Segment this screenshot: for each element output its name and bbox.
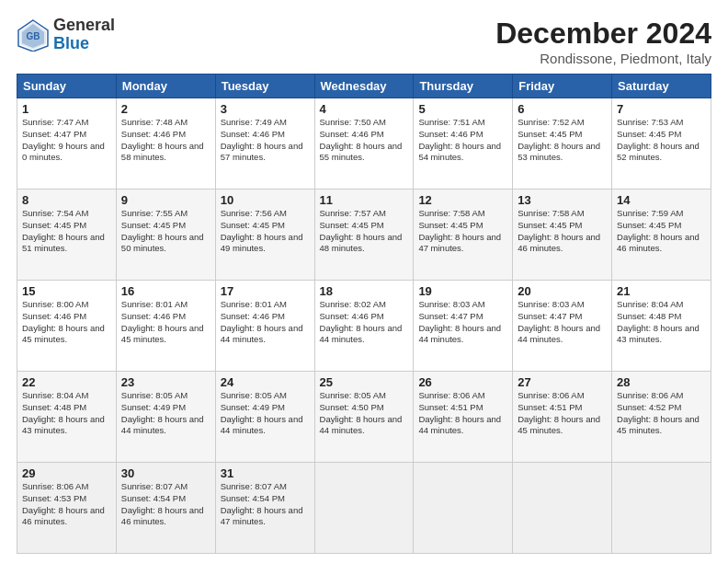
day-info: Sunrise: 8:04 AMSunset: 4:48 PMDaylight:… xyxy=(617,299,706,346)
day-number: 8 xyxy=(22,193,111,207)
week-row-5: 29Sunrise: 8:06 AMSunset: 4:53 PMDayligh… xyxy=(17,463,711,554)
day-number: 15 xyxy=(22,284,111,298)
calendar-cell: 27Sunrise: 8:06 AMSunset: 4:51 PMDayligh… xyxy=(513,372,612,463)
calendar-cell: 23Sunrise: 8:05 AMSunset: 4:49 PMDayligh… xyxy=(116,372,215,463)
day-info: Sunrise: 7:57 AMSunset: 4:45 PMDaylight:… xyxy=(320,208,409,255)
calendar-cell: 2Sunrise: 7:48 AMSunset: 4:46 PMDaylight… xyxy=(116,98,215,190)
calendar-cell xyxy=(513,463,612,554)
calendar-body: 1Sunrise: 7:47 AMSunset: 4:47 PMDaylight… xyxy=(17,98,711,554)
day-number: 4 xyxy=(320,102,409,116)
day-number: 5 xyxy=(418,102,507,116)
day-number: 17 xyxy=(221,284,310,298)
day-number: 1 xyxy=(22,102,111,116)
calendar-cell: 18Sunrise: 8:02 AMSunset: 4:46 PMDayligh… xyxy=(314,281,414,372)
svg-text:GB: GB xyxy=(27,31,40,41)
day-number: 22 xyxy=(22,375,111,389)
day-number: 10 xyxy=(221,193,310,207)
day-info: Sunrise: 8:05 AMSunset: 4:49 PMDaylight:… xyxy=(221,390,310,437)
location-title: Rondissone, Piedmont, Italy xyxy=(495,51,711,66)
day-header-tuesday: Tuesday xyxy=(215,75,314,98)
calendar-cell xyxy=(414,463,513,554)
day-info: Sunrise: 8:03 AMSunset: 4:47 PMDaylight:… xyxy=(418,299,507,346)
week-row-2: 8Sunrise: 7:54 AMSunset: 4:45 PMDaylight… xyxy=(17,190,711,281)
day-number: 21 xyxy=(617,284,706,298)
calendar-cell: 25Sunrise: 8:05 AMSunset: 4:50 PMDayligh… xyxy=(314,372,414,463)
calendar-cell: 16Sunrise: 8:01 AMSunset: 4:46 PMDayligh… xyxy=(116,281,215,372)
day-number: 28 xyxy=(617,375,706,389)
day-number: 24 xyxy=(221,375,310,389)
logo-icon: GB xyxy=(17,18,50,52)
calendar-table: SundayMondayTuesdayWednesdayThursdayFrid… xyxy=(17,74,711,554)
calendar-cell xyxy=(612,463,711,554)
calendar-cell: 5Sunrise: 7:51 AMSunset: 4:46 PMDaylight… xyxy=(414,98,513,190)
day-info: Sunrise: 8:01 AMSunset: 4:46 PMDaylight:… xyxy=(221,299,310,346)
day-info: Sunrise: 8:05 AMSunset: 4:49 PMDaylight:… xyxy=(121,390,210,437)
calendar-cell: 24Sunrise: 8:05 AMSunset: 4:49 PMDayligh… xyxy=(215,372,314,463)
week-row-3: 15Sunrise: 8:00 AMSunset: 4:46 PMDayligh… xyxy=(17,281,711,372)
calendar-cell: 9Sunrise: 7:55 AMSunset: 4:45 PMDaylight… xyxy=(116,190,215,281)
calendar-cell xyxy=(314,463,414,554)
day-number: 9 xyxy=(121,193,210,207)
calendar-cell: 3Sunrise: 7:49 AMSunset: 4:46 PMDaylight… xyxy=(215,98,314,190)
day-number: 29 xyxy=(22,466,111,480)
day-header-monday: Monday xyxy=(116,75,215,98)
calendar-cell: 1Sunrise: 7:47 AMSunset: 4:47 PMDaylight… xyxy=(17,98,117,190)
day-info: Sunrise: 7:58 AMSunset: 4:45 PMDaylight:… xyxy=(418,208,507,255)
day-number: 3 xyxy=(221,102,310,116)
day-number: 31 xyxy=(221,466,310,480)
day-number: 26 xyxy=(418,375,507,389)
calendar-header-row: SundayMondayTuesdayWednesdayThursdayFrid… xyxy=(17,75,711,98)
day-number: 18 xyxy=(320,284,409,298)
day-info: Sunrise: 8:03 AMSunset: 4:47 PMDaylight:… xyxy=(518,299,607,346)
day-header-thursday: Thursday xyxy=(414,75,513,98)
calendar-cell: 19Sunrise: 8:03 AMSunset: 4:47 PMDayligh… xyxy=(414,281,513,372)
day-number: 6 xyxy=(518,102,607,116)
calendar-cell: 30Sunrise: 8:07 AMSunset: 4:54 PMDayligh… xyxy=(116,463,215,554)
calendar-cell: 8Sunrise: 7:54 AMSunset: 4:45 PMDaylight… xyxy=(17,190,117,281)
calendar-cell: 28Sunrise: 8:06 AMSunset: 4:52 PMDayligh… xyxy=(612,372,711,463)
day-number: 13 xyxy=(518,193,607,207)
day-info: Sunrise: 7:56 AMSunset: 4:45 PMDaylight:… xyxy=(221,208,310,255)
day-number: 27 xyxy=(518,375,607,389)
day-number: 16 xyxy=(121,284,210,298)
week-row-4: 22Sunrise: 8:04 AMSunset: 4:48 PMDayligh… xyxy=(17,372,711,463)
day-info: Sunrise: 7:47 AMSunset: 4:47 PMDaylight:… xyxy=(22,117,111,164)
day-header-wednesday: Wednesday xyxy=(314,75,414,98)
day-info: Sunrise: 8:06 AMSunset: 4:53 PMDaylight:… xyxy=(22,481,111,528)
calendar-cell: 31Sunrise: 8:07 AMSunset: 4:54 PMDayligh… xyxy=(215,463,314,554)
page: GB General Blue December 2024 Rondissone… xyxy=(0,0,728,563)
day-info: Sunrise: 7:48 AMSunset: 4:46 PMDaylight:… xyxy=(121,117,210,164)
day-info: Sunrise: 8:06 AMSunset: 4:51 PMDaylight:… xyxy=(518,390,607,437)
calendar-cell: 10Sunrise: 7:56 AMSunset: 4:45 PMDayligh… xyxy=(215,190,314,281)
day-info: Sunrise: 8:07 AMSunset: 4:54 PMDaylight:… xyxy=(121,481,210,528)
day-info: Sunrise: 7:55 AMSunset: 4:45 PMDaylight:… xyxy=(121,208,210,255)
day-number: 23 xyxy=(121,375,210,389)
day-info: Sunrise: 7:58 AMSunset: 4:45 PMDaylight:… xyxy=(518,208,607,255)
calendar-cell: 11Sunrise: 7:57 AMSunset: 4:45 PMDayligh… xyxy=(314,190,414,281)
day-header-sunday: Sunday xyxy=(17,75,117,98)
day-number: 25 xyxy=(320,375,409,389)
calendar-cell: 14Sunrise: 7:59 AMSunset: 4:45 PMDayligh… xyxy=(612,190,711,281)
calendar-cell: 26Sunrise: 8:06 AMSunset: 4:51 PMDayligh… xyxy=(414,372,513,463)
title-block: December 2024 Rondissone, Piedmont, Ital… xyxy=(495,17,711,66)
day-info: Sunrise: 8:07 AMSunset: 4:54 PMDaylight:… xyxy=(221,481,310,528)
day-number: 19 xyxy=(418,284,507,298)
day-header-saturday: Saturday xyxy=(612,75,711,98)
logo-text: General Blue xyxy=(53,17,115,53)
calendar-cell: 12Sunrise: 7:58 AMSunset: 4:45 PMDayligh… xyxy=(414,190,513,281)
day-info: Sunrise: 7:50 AMSunset: 4:46 PMDaylight:… xyxy=(320,117,409,164)
day-info: Sunrise: 8:01 AMSunset: 4:46 PMDaylight:… xyxy=(121,299,210,346)
day-header-friday: Friday xyxy=(513,75,612,98)
logo-general: General xyxy=(53,17,115,35)
day-info: Sunrise: 7:49 AMSunset: 4:46 PMDaylight:… xyxy=(221,117,310,164)
day-info: Sunrise: 8:04 AMSunset: 4:48 PMDaylight:… xyxy=(22,390,111,437)
day-info: Sunrise: 7:53 AMSunset: 4:45 PMDaylight:… xyxy=(617,117,706,164)
calendar-cell: 4Sunrise: 7:50 AMSunset: 4:46 PMDaylight… xyxy=(314,98,414,190)
day-info: Sunrise: 7:51 AMSunset: 4:46 PMDaylight:… xyxy=(418,117,507,164)
month-title: December 2024 xyxy=(495,17,711,51)
day-number: 11 xyxy=(320,193,409,207)
day-number: 7 xyxy=(617,102,706,116)
calendar-cell: 22Sunrise: 8:04 AMSunset: 4:48 PMDayligh… xyxy=(17,372,117,463)
day-info: Sunrise: 8:06 AMSunset: 4:52 PMDaylight:… xyxy=(617,390,706,437)
calendar-cell: 17Sunrise: 8:01 AMSunset: 4:46 PMDayligh… xyxy=(215,281,314,372)
